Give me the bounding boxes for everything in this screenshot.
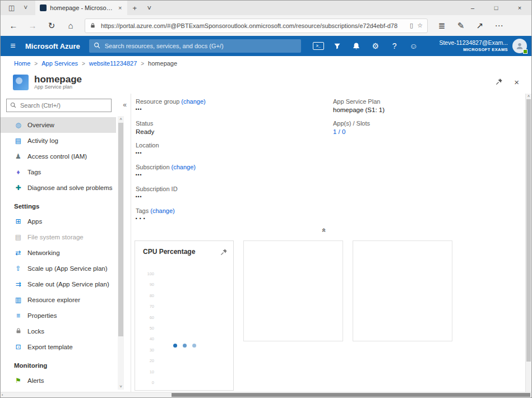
scroll-up-button[interactable]: ˄ [526,94,531,99]
hub-button[interactable]: ≣ [433,17,450,34]
back-button[interactable]: ← [5,17,22,34]
url-input[interactable] [100,22,406,30]
breadcrumb-current: homepage [148,60,177,67]
field-subscription: Subscription(change) ▪▪▪ [136,164,321,179]
page-subtitle: App Service plan [34,84,82,90]
sidebar-collapse-button[interactable]: « [123,101,127,109]
page-title: homepage [34,75,82,85]
scroll-thumb[interactable] [118,123,123,336]
page-heading: homepage App Service plan [34,75,82,90]
close-blade-button[interactable]: × [514,77,519,87]
essentials-collapse-button[interactable]: « [320,228,329,232]
breadcrumb-separator: > [141,61,144,67]
tab-extras: ◫ ˅ [1,1,35,15]
scroll-thumb[interactable] [526,99,531,362]
browser-window: ◫ ˅ homepage - Microsoft Azure × + ˅ – □… [0,0,532,398]
sidebar-item-access-control[interactable]: ♟ Access control (IAM) [1,149,116,164]
scroll-thumb[interactable] [172,393,530,397]
window-maximize-button[interactable]: □ [484,1,508,15]
sidebar-item-export-template[interactable]: ⊡ Export template [1,339,116,355]
sidebar-item-networking[interactable]: ⇄ Networking [1,245,116,261]
sidebar-search-input[interactable] [19,101,108,109]
sidebar-section-settings: Settings [1,196,116,214]
new-tab-button[interactable]: + [127,1,142,15]
empty-metric-card-2 [353,240,452,341]
azure-brand[interactable]: Microsoft Azure [25,42,80,50]
breadcrumb-home-link[interactable]: Home [14,60,30,67]
lock-icon [90,21,96,31]
blade-title-bar: homepage App Service plan × [1,71,531,94]
apps-slots-link[interactable]: 1 / 0 [333,128,501,136]
scroll-left-button[interactable]: ‹ [2,392,3,397]
sidebar-item-scale-out[interactable]: ⇉ Scale out (App Service plan) [1,276,116,292]
sidebar-item-apps[interactable]: ⊞ Apps [1,214,116,229]
tab-preview-icon[interactable]: ˅ [24,4,27,12]
sidebar-item-alerts[interactable]: ⚑ Alerts [1,373,116,388]
y-axis-tick: 0 [144,380,154,391]
account-menu[interactable]: Steve-11234827@Exam... MICROSOFT EXAMS [439,39,508,52]
feedback-button[interactable]: ☺ [404,36,423,56]
set-tabs-aside-icon[interactable]: ◫ [8,4,15,12]
sidebar-item-activity-log[interactable]: ▤ Activity log [1,133,116,149]
loading-dot [183,344,187,348]
window-close-button[interactable]: × [508,1,531,15]
directory-filter-button[interactable] [328,36,347,56]
field-tags: Tags(change) ▪ ▪ ▪ [136,207,321,223]
sidebar-item-label: Tags [27,169,41,175]
annotate-button[interactable]: ✎ [452,17,469,34]
portal-menu-button[interactable]: ≡ [1,41,25,51]
settings-button[interactable]: ⚙ [366,36,385,56]
location-value: ▪▪▪ [136,150,321,158]
home-button[interactable]: ⌂ [62,17,79,34]
reading-view-button[interactable]: ▯ [410,22,413,29]
y-axis-tick: 30 [144,348,154,358]
cpu-percentage-card: CPU Percentage 1009080706050403020100 [135,240,234,391]
sidebar-item-label: Scale up (App Service plan) [27,265,108,272]
sidebar-item-diagnose[interactable]: ✚ Diagnose and solve problems [1,180,116,196]
sidebar-item-locks[interactable]: Locks [1,323,116,339]
field-app-service-plan: App Service Plan homepage (S1: 1) [333,98,501,114]
chart-loading-dots [173,344,196,348]
avatar[interactable] [512,39,527,53]
tab-favicon [40,4,47,11]
sidebar-item-tags[interactable]: ♦ Tags [1,164,116,180]
sidebar-scrollbar: ˄ ˅ [118,116,124,390]
sidebar-item-properties[interactable]: ≡ Properties [1,308,116,323]
sidebar-item-label: Overview [27,122,54,128]
field-label: Location [136,142,321,149]
scroll-down-button[interactable]: ˅ [119,383,122,390]
cpu-card-pin-button[interactable] [220,248,228,258]
pin-icon [496,78,503,85]
resource-group-change-link[interactable]: (change) [181,98,205,105]
breadcrumb-separator: > [82,61,85,67]
scroll-up-button[interactable]: ˄ [119,116,122,122]
tab-title: homepage - Microsoft Azure [50,4,114,11]
share-button[interactable]: ↗ [471,17,488,34]
subscription-change-link[interactable]: (change) [172,164,196,170]
sidebar-item-overview[interactable]: ◍ Overview [1,117,116,133]
loading-dot [192,344,196,348]
cloud-shell-button[interactable]: >_ [309,36,328,56]
tags-value: ▪ ▪ ▪ [136,216,321,223]
breadcrumb-website-link[interactable]: website11234827 [89,60,137,67]
tab-list-button[interactable]: ˅ [142,1,156,15]
notifications-button[interactable] [347,36,366,56]
breadcrumb-app-services-link[interactable]: App Services [41,60,78,67]
more-button[interactable]: ⋯ [491,17,507,34]
content-area: « ◍ Overview ▤ Activity log ♟ Access con… [1,94,531,392]
tab-close-button[interactable]: × [117,4,123,11]
sidebar-item-scale-up[interactable]: ⇧ Scale up (App Service plan) [1,261,116,276]
diagnose-icon: ✚ [14,184,22,191]
pin-button[interactable] [496,77,503,87]
window-minimize-button[interactable]: – [461,1,484,15]
page-vertical-scrollbar: ˄ [525,94,531,392]
global-search-input[interactable] [104,42,297,50]
browser-tab[interactable]: homepage - Microsoft Azure × [35,1,127,15]
app-service-plan-value: homepage (S1: 1) [333,107,501,114]
help-button[interactable]: ? [385,36,404,56]
favorite-star-button[interactable]: ☆ [417,22,423,29]
sidebar-item-resource-explorer[interactable]: ▥ Resource explorer [1,292,116,308]
refresh-button[interactable]: ↻ [43,17,60,34]
y-axis-tick: 100 [144,271,154,282]
tags-change-link[interactable]: (change) [150,207,174,214]
